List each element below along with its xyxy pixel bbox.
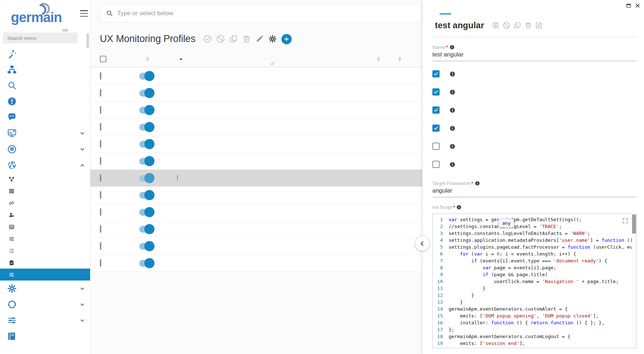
name-field-input[interactable]: test angular bbox=[432, 50, 637, 61]
germain-logo[interactable]: germain ux bbox=[11, 3, 69, 32]
enabled-toggle[interactable] bbox=[139, 175, 154, 182]
code-line[interactable]: 3settings.constants.logLevelToEmitAsFact… bbox=[433, 230, 636, 237]
pencil-icon[interactable] bbox=[255, 35, 264, 43]
chevron-down-icon[interactable] bbox=[80, 302, 85, 307]
sidebar-item-doc[interactable] bbox=[0, 328, 90, 344]
row-checkbox[interactable] bbox=[100, 123, 101, 131]
sidebar-item-wizards[interactable] bbox=[0, 46, 90, 62]
row-checkbox[interactable] bbox=[100, 89, 101, 97]
close-icon[interactable] bbox=[635, 3, 640, 8]
enabled-toggle[interactable] bbox=[139, 141, 154, 148]
table-row[interactable] bbox=[90, 102, 422, 119]
global-search-input[interactable] bbox=[117, 10, 416, 17]
enabled-toggle[interactable] bbox=[139, 226, 154, 233]
sidebar-item-ux-monitoring-profiles-12[interactable] bbox=[0, 269, 90, 281]
sort-icon[interactable] bbox=[398, 57, 401, 61]
info-icon[interactable] bbox=[450, 162, 455, 167]
select-all-checkbox[interactable] bbox=[100, 56, 106, 62]
code-line[interactable]: 16 installer: function () { return funct… bbox=[433, 319, 636, 326]
copy-icon[interactable] bbox=[229, 35, 238, 43]
sidebar-item-slas-714[interactable] bbox=[0, 257, 90, 269]
enabled-toggle[interactable] bbox=[139, 107, 154, 114]
chevron-down-icon[interactable] bbox=[80, 131, 85, 136]
enabled-toggle[interactable] bbox=[139, 243, 154, 250]
checkbox-checked-icon[interactable] bbox=[432, 88, 440, 96]
enabled-toggle[interactable] bbox=[139, 73, 154, 80]
table-row[interactable] bbox=[90, 255, 422, 272]
table-row[interactable] bbox=[90, 136, 422, 153]
code-line[interactable]: 6 for (var i = 0; i < events.length; i++… bbox=[433, 250, 636, 257]
info-icon[interactable] bbox=[450, 144, 455, 149]
maximize-icon[interactable] bbox=[626, 3, 631, 8]
ban-icon[interactable] bbox=[503, 22, 510, 29]
code-line[interactable]: 2//settings.constants.logLevel = 'TRACE'… bbox=[433, 223, 636, 230]
fullscreen-icon[interactable] bbox=[622, 218, 628, 224]
code-line[interactable]: 17}; bbox=[433, 326, 636, 333]
table-row[interactable] bbox=[90, 119, 422, 136]
option-network-requests-monitoring[interactable] bbox=[432, 119, 644, 137]
option-session-replay-monitoring[interactable] bbox=[432, 65, 644, 83]
code-line[interactable]: 1var settings = germainApm.getDefaultSet… bbox=[433, 216, 636, 223]
save-icon[interactable] bbox=[492, 22, 499, 29]
row-checkbox[interactable] bbox=[100, 106, 101, 114]
table-row[interactable] bbox=[90, 68, 422, 85]
column-header-name[interactable] bbox=[177, 58, 271, 60]
info-icon[interactable] bbox=[450, 45, 454, 50]
sidebar-item-explore-your-data[interactable] bbox=[0, 77, 90, 93]
column-resize-handle[interactable] bbox=[270, 62, 275, 66]
sidebar-item-automation[interactable] bbox=[0, 281, 90, 296]
info-icon[interactable] bbox=[457, 205, 461, 210]
chevron-down-icon[interactable] bbox=[80, 147, 85, 152]
gear-icon[interactable] bbox=[268, 35, 277, 43]
info-icon[interactable] bbox=[450, 126, 455, 131]
sidebar-item-dashboards[interactable] bbox=[0, 125, 90, 141]
code-line[interactable]: 10 userClick.name = 'Navigation ' + page… bbox=[433, 278, 636, 285]
row-checkbox[interactable] bbox=[100, 242, 101, 250]
code-line[interactable]: 9 if (page && page.title) bbox=[433, 271, 636, 278]
row-checkbox[interactable] bbox=[100, 157, 101, 165]
code-line[interactable]: 19 emits: ['session end'], bbox=[433, 340, 636, 347]
row-checkbox[interactable] bbox=[100, 191, 101, 199]
table-row[interactable] bbox=[90, 204, 422, 221]
enabled-toggle[interactable] bbox=[139, 260, 154, 267]
option-rendering-time-monitoring[interactable] bbox=[432, 101, 644, 119]
table-row[interactable] bbox=[90, 238, 422, 255]
checkbox-unchecked-icon[interactable] bbox=[432, 161, 440, 168]
code-line[interactable]: 14germainApm.eventGenerators.customAlert… bbox=[433, 305, 636, 312]
sort-icon[interactable] bbox=[179, 58, 182, 60]
checkbox-checked-icon[interactable] bbox=[432, 106, 440, 114]
copy-icon[interactable] bbox=[514, 22, 521, 29]
enabled-toggle[interactable] bbox=[139, 90, 154, 97]
enabled-toggle[interactable] bbox=[139, 192, 154, 199]
code-line[interactable]: 12 } bbox=[433, 292, 636, 299]
chevron-down-icon[interactable] bbox=[80, 318, 85, 323]
row-checkbox[interactable] bbox=[100, 174, 101, 182]
code-line[interactable]: 11 } bbox=[433, 285, 636, 292]
code-line[interactable]: 5settings.plugins.pageLoad.factProcessor… bbox=[433, 244, 636, 250]
column-header-version[interactable] bbox=[271, 57, 380, 61]
option-report-poor-network-location[interactable] bbox=[432, 155, 644, 173]
chevron-down-icon[interactable] bbox=[80, 286, 85, 291]
sidebar-item-data-sources[interactable] bbox=[0, 141, 90, 157]
sidebar-item-analytics[interactable] bbox=[0, 157, 90, 173]
option-javascript-time-monitoring[interactable] bbox=[432, 83, 644, 101]
enabled-toggle[interactable] bbox=[139, 158, 154, 165]
sidebar-item-rules-173[interactable] bbox=[0, 245, 90, 257]
add-profile-button[interactable] bbox=[281, 34, 292, 44]
target-framework-input[interactable]: angular bbox=[432, 186, 637, 197]
table-row[interactable] bbox=[90, 153, 422, 170]
code-line[interactable]: 20 installer: function () { return funct… bbox=[433, 347, 636, 348]
hamburger-menu-icon[interactable] bbox=[80, 10, 88, 17]
chevron-up-icon[interactable] bbox=[80, 163, 85, 168]
sidebar-item-kpis-1320[interactable] bbox=[0, 221, 90, 233]
row-checkbox[interactable] bbox=[100, 140, 101, 148]
column-header-created-on[interactable] bbox=[380, 57, 422, 61]
sidebar-scrollbar[interactable] bbox=[86, 33, 89, 48]
code-line[interactable]: 15 emits: ['DOM popup opening', 'DOM pop… bbox=[433, 312, 636, 319]
sidebar-item-business-processes-4[interactable] bbox=[0, 173, 90, 185]
sidebar-item-php-monitoring-profiles-1[interactable] bbox=[0, 233, 90, 245]
code-line[interactable]: 7 if (events[i].event.type === 'document… bbox=[433, 257, 636, 264]
code-line[interactable]: 8 var page = events[i].page; bbox=[433, 264, 636, 271]
checkbox-checked-icon[interactable] bbox=[432, 125, 440, 132]
sort-icon[interactable] bbox=[146, 57, 149, 61]
